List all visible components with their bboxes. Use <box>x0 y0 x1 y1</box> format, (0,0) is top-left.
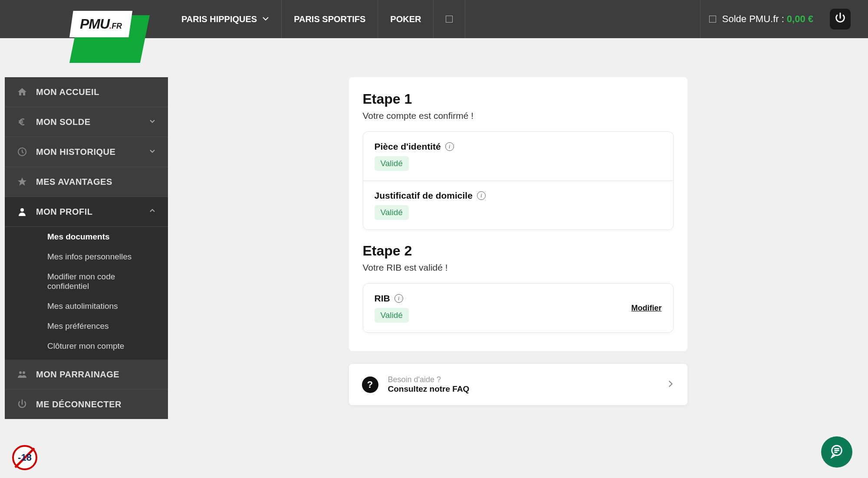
top-navigation-bar: PMU.FR PARIS HIPPIQUES PARIS SPORTIFS PO… <box>0 0 868 38</box>
sidebar-submenu-profil: Mes documents Mes infos personnelles Mod… <box>5 227 168 360</box>
chevron-down-icon <box>149 118 156 126</box>
documents-card: Etape 1 Votre compte est confirmé ! Pièc… <box>349 77 687 351</box>
square-icon <box>709 16 716 23</box>
sidebar-sub-documents[interactable]: Mes documents <box>5 227 168 247</box>
sidebar-item-deconnecter[interactable]: ME DÉCONNECTER <box>5 390 168 419</box>
power-icon <box>17 399 36 409</box>
balance-amount: 0,00 € <box>787 13 813 25</box>
nav-label: POKER <box>390 14 421 24</box>
chat-button[interactable] <box>821 436 852 468</box>
sidebar-label: MES AVANTAGES <box>36 177 112 187</box>
faq-line1: Besoin d'aide ? <box>388 375 470 384</box>
logout-button[interactable] <box>830 9 851 29</box>
sidebar-label: MON ACCUEIL <box>36 87 99 97</box>
status-badge: Validé <box>375 205 409 220</box>
chat-icon <box>829 444 844 460</box>
svg-point-1 <box>20 208 24 212</box>
nav-poker[interactable]: POKER <box>378 0 434 38</box>
sidebar: MON ACCUEIL MON SOLDE MON HISTORIQUE <box>5 77 168 419</box>
doc-rib-card: RIB i Validé Modifier <box>363 283 674 333</box>
question-icon: ? <box>362 377 378 393</box>
step2-subtitle: Votre RIB est validé ! <box>363 262 674 273</box>
sidebar-item-profil[interactable]: MON PROFIL <box>5 197 168 227</box>
sidebar-sub-infos[interactable]: Mes infos personnelles <box>5 247 168 267</box>
info-icon[interactable]: i <box>477 191 486 200</box>
sidebar-item-avantages[interactable]: MES AVANTAGES <box>5 167 168 197</box>
sidebar-label: MON PROFIL <box>36 207 93 217</box>
user-icon <box>17 206 36 217</box>
users-icon <box>17 369 36 380</box>
doc-title-text: Pièce d'identité <box>375 141 441 152</box>
faq-line2: Consultez notre FAQ <box>388 384 470 394</box>
sidebar-label: MON HISTORIQUE <box>36 147 115 157</box>
age-text: -18 <box>18 452 32 463</box>
balance-display[interactable]: Solde PMU.fr : 0,00 € <box>700 0 822 38</box>
sidebar-sub-autolimitations[interactable]: Mes autolimitations <box>5 296 168 316</box>
star-icon <box>17 177 36 187</box>
chevron-down-icon <box>262 14 269 24</box>
info-icon[interactable]: i <box>395 294 403 303</box>
sidebar-sub-code[interactable]: Modifier mon code confidentiel <box>5 267 168 296</box>
doc-title-text: Justificatif de domicile <box>375 190 473 201</box>
balance-label: Solde PMU.fr : <box>722 13 784 25</box>
modify-rib-link[interactable]: Modifier <box>631 304 662 313</box>
doc-title-text: RIB <box>375 293 390 304</box>
doc-domicile-card: Justificatif de domicile i Validé <box>363 180 674 230</box>
sidebar-label: MON SOLDE <box>36 117 91 127</box>
chevron-up-icon <box>149 207 156 216</box>
age-restriction-badge: -18 <box>12 445 37 470</box>
sidebar-item-historique[interactable]: MON HISTORIQUE <box>5 137 168 167</box>
power-icon <box>834 12 846 26</box>
step1-subtitle: Votre compte est confirmé ! <box>363 111 674 121</box>
status-badge: Validé <box>375 308 409 323</box>
sidebar-label: ME DÉCONNECTER <box>36 399 122 409</box>
step1-title: Etape 1 <box>363 91 674 107</box>
sidebar-sub-preferences[interactable]: Mes préférences <box>5 316 168 336</box>
doc-identity-card: Pièce d'identité i Validé <box>363 131 674 180</box>
step2-title: Etape 2 <box>363 243 674 259</box>
sidebar-item-parrainage[interactable]: MON PARRAINAGE <box>5 360 168 390</box>
sidebar-item-solde[interactable]: MON SOLDE <box>5 107 168 137</box>
nav-label: PARIS SPORTIFS <box>294 14 365 24</box>
faq-card[interactable]: ? Besoin d'aide ? Consultez notre FAQ <box>349 364 687 405</box>
clock-icon <box>17 147 36 157</box>
euro-icon <box>17 117 36 127</box>
sidebar-item-accueil[interactable]: MON ACCUEIL <box>5 77 168 107</box>
square-icon <box>446 16 453 23</box>
svg-point-3 <box>23 371 25 374</box>
nav-paris-sportifs[interactable]: PARIS SPORTIFS <box>282 0 378 38</box>
chevron-down-icon <box>149 147 156 156</box>
nav-paris-hippiques[interactable]: PARIS HIPPIQUES <box>169 0 282 38</box>
info-icon[interactable]: i <box>445 142 454 151</box>
logo-main-text: PMU <box>80 16 109 32</box>
sidebar-label: MON PARRAINAGE <box>36 370 119 380</box>
nav-label: PARIS HIPPIQUES <box>181 14 257 24</box>
home-icon <box>17 87 36 97</box>
logo[interactable]: PMU.FR <box>69 11 132 37</box>
nav-extra[interactable] <box>434 0 465 38</box>
chevron-right-icon <box>667 380 674 390</box>
sidebar-sub-cloturer[interactable]: Clôturer mon compte <box>5 336 168 360</box>
svg-point-2 <box>19 371 22 374</box>
status-badge: Validé <box>375 156 409 171</box>
